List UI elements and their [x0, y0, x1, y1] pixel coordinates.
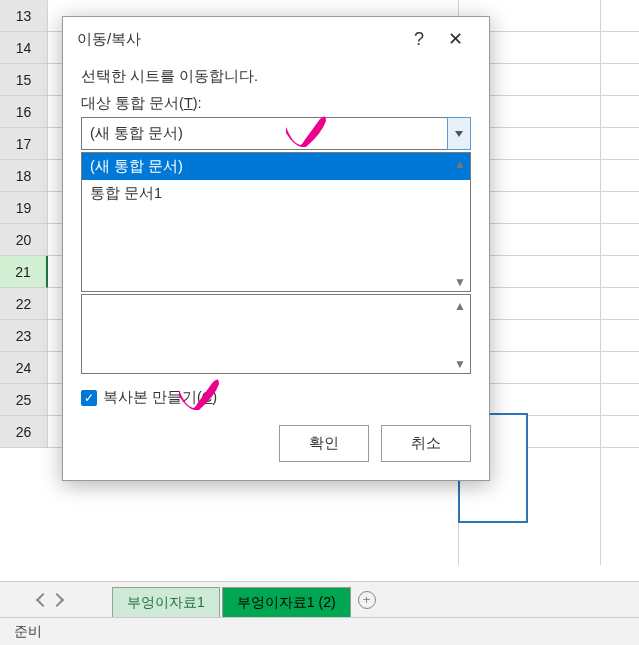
instruction-text: 선택한 시트를 이동합니다. — [81, 67, 471, 86]
scroll-up-icon[interactable]: ▲ — [454, 299, 466, 311]
row-header[interactable]: 24 — [0, 352, 48, 384]
sheet-tabs: 부엉이자료1부엉이자료1 (2) — [100, 582, 351, 617]
row-header[interactable]: 18 — [0, 160, 48, 192]
row-header[interactable]: 19 — [0, 192, 48, 224]
row-header-column: 1314151617181920212223242526 — [0, 0, 48, 448]
row-header[interactable]: 14 — [0, 32, 48, 64]
grid-column-line — [600, 0, 601, 565]
chevron-right-icon — [50, 592, 64, 606]
combo-input[interactable]: (새 통합 문서) — [81, 117, 448, 150]
chevron-down-icon — [455, 131, 463, 137]
before-sheet-listbox[interactable]: ▲ ▼ — [81, 294, 471, 374]
scroll-up-icon[interactable]: ▲ — [454, 157, 466, 169]
move-copy-dialog: 이동/복사 ? ✕ 선택한 시트를 이동합니다. 대상 통합 문서(T): (새… — [62, 16, 490, 481]
dialog-titlebar[interactable]: 이동/복사 ? ✕ — [63, 17, 489, 61]
row-header[interactable]: 15 — [0, 64, 48, 96]
row-header[interactable]: 17 — [0, 128, 48, 160]
row-header[interactable]: 21 — [0, 256, 48, 288]
help-button[interactable]: ? — [402, 29, 436, 50]
row-header[interactable]: 22 — [0, 288, 48, 320]
row-header[interactable]: 23 — [0, 320, 48, 352]
scroll-down-icon[interactable]: ▼ — [454, 275, 466, 287]
plus-icon: + — [358, 591, 376, 609]
workbook-listbox[interactable]: (새 통합 문서)통합 문서1 ▲ ▼ — [81, 152, 471, 292]
close-button[interactable]: ✕ — [436, 28, 475, 50]
status-ready: 준비 — [14, 623, 42, 641]
sheet-tab[interactable]: 부엉이자료1 — [112, 587, 220, 618]
checkbox-checked-icon: ✓ — [81, 390, 97, 406]
dialog-title-text: 이동/복사 — [77, 30, 141, 49]
row-header[interactable]: 16 — [0, 96, 48, 128]
row-header[interactable]: 26 — [0, 416, 48, 448]
combo-dropdown-button[interactable] — [447, 117, 471, 150]
row-header[interactable]: 13 — [0, 0, 48, 32]
create-copy-checkbox[interactable]: ✓ 복사본 만들기(C) — [81, 388, 471, 407]
ok-button[interactable]: 확인 — [279, 425, 369, 462]
checkbox-label: 복사본 만들기(C) — [103, 388, 217, 407]
list-item[interactable]: 통합 문서1 — [82, 180, 470, 207]
target-workbook-combo[interactable]: (새 통합 문서) — [81, 117, 471, 150]
sheet-tab-bar: 부엉이자료1부엉이자료1 (2) + — [0, 581, 639, 617]
sheet-tab[interactable]: 부엉이자료1 (2) — [222, 587, 351, 618]
scroll-down-icon[interactable]: ▼ — [454, 357, 466, 369]
chevron-left-icon — [36, 592, 50, 606]
list-item[interactable]: (새 통합 문서) — [82, 153, 470, 180]
status-bar: 준비 — [0, 617, 639, 645]
row-header[interactable]: 25 — [0, 384, 48, 416]
tab-nav-buttons[interactable] — [0, 582, 100, 617]
target-workbook-label: 대상 통합 문서(T): — [81, 94, 471, 113]
add-sheet-button[interactable]: + — [351, 582, 383, 617]
row-header[interactable]: 20 — [0, 224, 48, 256]
cancel-button[interactable]: 취소 — [381, 425, 471, 462]
